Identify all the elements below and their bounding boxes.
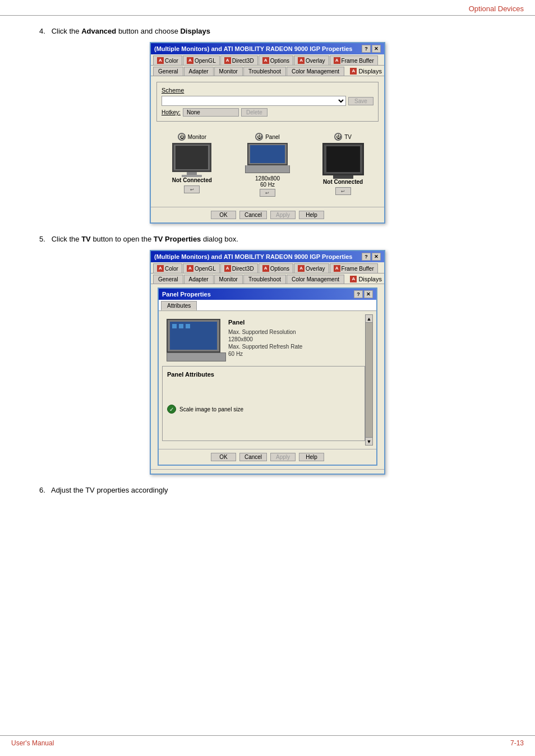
inner-panel-title: Panel Properties [162,291,211,298]
tab-options-label: Options [270,58,289,64]
panel-screen-inner [250,145,285,163]
tv-label: TV [344,134,352,140]
scrollbar-up-btn[interactable]: ▲ [366,315,372,323]
tab-direct3d[interactable]: A Direct3D [220,55,258,65]
subtab-colormgmt[interactable]: Color Management [287,67,344,76]
tab-color[interactable]: A Color [153,55,182,65]
dialog1-apply-btn[interactable]: Apply [270,211,296,219]
panel-header: ⏻ Panel [255,133,280,141]
page-header: Optional Devices [0,0,535,16]
d2-tab-color[interactable]: A Color [153,263,182,273]
d2-subtab-troubleshoot[interactable]: Troubleshoot [243,275,286,284]
hotkey-row: Hotkey: None Delete [162,108,373,117]
panel-power-icon: ⏻ [255,133,263,141]
panel-specs: Panel Max. Supported Resolution 1280x800… [228,319,361,361]
tab-color-label: Color [165,58,178,64]
d2-subtab-monitor[interactable]: Monitor [214,275,243,284]
tab-opengl[interactable]: A OpenGL [183,55,220,65]
d2-subtab-general[interactable]: General [153,275,183,284]
page-content: 4. Click the Advanced button and choose … [0,21,535,505]
dialog1-footer: OK Cancel Apply Help [151,207,384,222]
inner-close-btn[interactable]: ✕ [364,290,373,298]
tv-graphic [322,143,364,179]
d2-tab-direct3d[interactable]: A Direct3D [220,263,258,273]
d2-color-icon: A [157,265,164,272]
step5-content: 5. Click the TV button to open the TV Pr… [39,235,238,243]
subtab-displays[interactable]: A Displays [350,67,382,76]
inner-panel-body: Panel Max. Supported Resolution 1280x800… [159,311,376,449]
d2-displays-icon: A [350,276,357,282]
tab-options[interactable]: A Options [259,55,293,65]
displays-tab-label: Displays [358,68,382,75]
d2-tab-opengl[interactable]: A OpenGL [183,263,220,273]
d2-subtab-adapter[interactable]: Adapter [184,275,214,284]
subtab-troubleshoot[interactable]: Troubleshoot [243,67,286,76]
d2-subtab-colormgmt[interactable]: Color Management [287,275,344,284]
scrollbar-thumb[interactable] [366,323,372,437]
panel-attrs-section: Panel Attributes ✓ Scale image to panel … [162,366,365,441]
d2-subtab-displays[interactable]: A Displays [350,275,382,284]
tv-arrow-icon: ↩ [341,189,345,194]
screen-icon1 [172,324,177,328]
panel-specs-title: Panel [228,319,361,326]
page-footer: User's Manual 7-13 [0,735,535,750]
attributes-tab[interactable]: Attributes [161,301,197,310]
inner-panel-titlebar: Panel Properties ? ✕ [159,289,376,300]
monitor-graphic [172,143,211,177]
tab-overlay[interactable]: A Overlay [294,55,329,65]
inner-help-btn2[interactable]: Help [299,453,324,461]
d2-overlay-icon: A [298,265,305,272]
dialog2-close-btn[interactable]: ✕ [372,253,381,261]
dialog2-help-btn[interactable]: ? [362,253,371,261]
scale-checkbox[interactable]: ✓ [167,405,176,414]
inner-ok-btn[interactable]: OK [211,453,236,461]
dialog1-body: Scheme Save Hotkey: None Delete ⏻ Moni [151,76,384,207]
dialog2-tabs-row: A Color A OpenGL A Direct3D A Options A … [151,262,384,273]
monitor-btn[interactable]: ↩ [184,185,200,193]
panel-attrs-spacer [167,382,360,405]
save-button[interactable]: Save [348,97,373,105]
subtab-general[interactable]: General [153,67,183,76]
d2-tab-overlay[interactable]: A Overlay [294,263,329,273]
delete-button[interactable]: Delete [241,108,268,117]
panel-hz: 60 Hz [260,182,275,188]
panel-btn[interactable]: ↩ [260,189,275,197]
d2-options-icon: A [262,265,269,272]
panel-attrs-spacer2 [167,414,360,436]
tab-framebuffer[interactable]: A Frame Buffer [330,55,378,65]
d2-tab-framebuffer[interactable]: A Frame Buffer [330,263,378,273]
close-titlebar-btn[interactable]: ✕ [372,45,381,53]
step4-number: 4. Click the Advanced button and choose … [39,27,210,35]
scrollbar-down-btn[interactable]: ▼ [366,437,372,445]
monitor-display: ⏻ Monitor Not Connected ↩ [164,133,220,193]
dialog2-subtabs-row: General Adapter Monitor Troubleshoot Col… [151,273,384,284]
step5-text: 5. Click the TV button to open the TV Pr… [39,235,501,243]
tv-btn[interactable]: ↩ [335,187,351,195]
inner-help-btn[interactable]: ? [354,290,363,298]
dialog1-help-btn[interactable]: Help [299,211,324,219]
dialog2-partial-footer [151,469,384,474]
help-titlebar-btn[interactable]: ? [362,45,371,53]
inner-panel-tab-row: Attributes [159,300,376,311]
d2-framebuffer-icon: A [334,265,340,272]
panel-screen-outer [247,143,288,165]
dialog2-title: (Multiple Monitors) and ATI MOBILITY RAD… [154,253,362,260]
inner-cancel-btn[interactable]: Cancel [239,453,267,461]
d2-tab-options[interactable]: A Options [259,263,293,273]
subtab-adapter[interactable]: Adapter [184,67,214,76]
scrollbar[interactable]: ▲ ▼ [365,314,373,446]
dialog1-ok-btn[interactable]: OK [211,211,236,219]
scale-checkbox-row: ✓ Scale image to panel size [167,405,360,414]
inner-panel-dialog: Panel Properties ? ✕ Attributes [158,287,377,466]
panel-arrow-icon: ↩ [265,191,269,196]
subtab-monitor[interactable]: Monitor [214,67,243,76]
panel-resolution: 1280x800 [255,175,280,182]
dialog1-cancel-btn[interactable]: Cancel [239,211,267,219]
tv-power-icon: ⏻ [334,133,342,141]
max-refresh-label: Max. Supported Refresh Rate [228,344,361,350]
monitor-screen-inner [176,146,208,169]
scheme-select[interactable] [162,96,346,106]
hotkey-value: None [183,108,239,117]
scale-label: Scale image to panel size [179,406,243,412]
inner-apply-btn[interactable]: Apply [270,453,296,461]
